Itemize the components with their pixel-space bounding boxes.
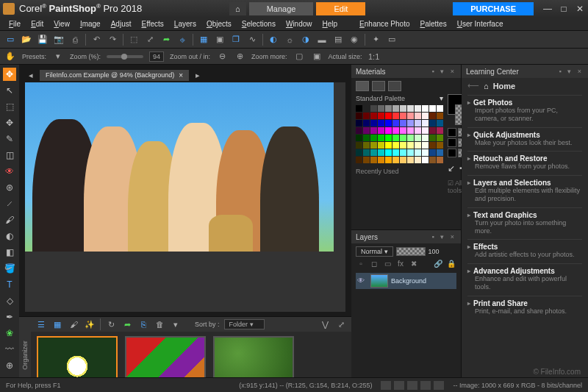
palette-swatch[interactable] <box>422 120 429 126</box>
layers-icon[interactable]: ❐ <box>230 34 242 46</box>
palette-swatch[interactable] <box>356 149 362 156</box>
open-icon[interactable]: 📂 <box>21 34 32 46</box>
palette-swatch[interactable] <box>378 127 384 134</box>
palette-swatch[interactable] <box>370 105 377 112</box>
palette-swatch[interactable] <box>363 135 370 141</box>
learn-item[interactable]: Print and SharePrint, e-mail, and share … <box>467 296 582 320</box>
presets-dropdown[interactable]: ▾ <box>52 51 64 63</box>
palette-swatch[interactable] <box>429 135 436 141</box>
palette-swatch[interactable] <box>356 127 362 134</box>
tab-close-icon[interactable]: × <box>179 71 183 79</box>
straighten-tool[interactable]: ⟋ <box>3 197 16 210</box>
palette-swatch[interactable] <box>437 157 443 163</box>
menu-view[interactable]: View <box>49 19 74 29</box>
palette-swatch[interactable] <box>437 149 443 156</box>
panel-controls-icon[interactable]: ▪ ▾ × <box>432 68 456 75</box>
palette-swatch[interactable] <box>378 149 384 156</box>
menu-objects[interactable]: Objects <box>202 19 236 29</box>
hand-tool-icon[interactable]: ✋ <box>4 51 16 63</box>
palette-swatch[interactable] <box>378 113 384 119</box>
palette-swatch[interactable] <box>407 149 414 156</box>
palette-swatch[interactable] <box>415 127 421 134</box>
edit-tab-button[interactable]: Edit <box>316 2 365 15</box>
org-list-icon[interactable]: ☰ <box>35 318 47 330</box>
canvas[interactable] <box>25 82 345 312</box>
maximize-icon[interactable]: □ <box>559 4 569 14</box>
palette-swatch[interactable] <box>400 149 406 156</box>
palette-swatch[interactable] <box>370 120 377 126</box>
scanner-icon[interactable]: ⎙ <box>69 34 81 46</box>
palette-swatch[interactable] <box>356 157 362 163</box>
palette-swatch[interactable] <box>363 127 370 134</box>
palette-swatch[interactable] <box>385 127 392 134</box>
text-tool[interactable]: T <box>3 278 16 291</box>
pen-tool[interactable]: ✒ <box>3 310 16 324</box>
contrast-icon[interactable]: ◑ <box>300 34 312 46</box>
palette-swatch[interactable] <box>363 142 370 149</box>
menu-effects[interactable]: Effects <box>137 19 168 29</box>
palette-swatch[interactable] <box>363 113 370 119</box>
status-icon-5[interactable] <box>434 381 444 390</box>
new-mask-icon[interactable]: ◻ <box>369 260 379 270</box>
mini-black3[interactable] <box>448 149 456 157</box>
palette-swatch[interactable] <box>400 113 406 119</box>
palette-swatch[interactable] <box>370 142 377 149</box>
zoom-out-icon[interactable]: ⊖ <box>216 51 228 63</box>
grid-icon[interactable]: ▦ <box>198 34 209 46</box>
tab-prev-icon[interactable]: ◂ <box>25 69 37 81</box>
window-icon[interactable]: ▣ <box>214 34 226 46</box>
mat-tab-3[interactable] <box>388 81 401 91</box>
palette-swatch[interactable] <box>437 113 443 119</box>
picture-tube-tool[interactable]: ❀ <box>3 327 16 340</box>
palette-swatch[interactable] <box>363 120 370 126</box>
status-icon-1[interactable] <box>381 381 391 390</box>
palette-swatch[interactable] <box>385 120 392 126</box>
smudge-tool[interactable]: 〰 <box>3 343 16 356</box>
palette-swatch[interactable] <box>422 149 429 156</box>
learn-item[interactable]: Layers and SelectionsEdit multiple eleme… <box>467 175 582 207</box>
palette-swatch[interactable] <box>429 113 436 119</box>
palette-swatch[interactable] <box>363 105 370 112</box>
palette-swatch[interactable] <box>415 135 421 141</box>
fx-icon[interactable]: fx <box>395 260 406 270</box>
shape-tool[interactable]: ◇ <box>3 294 16 307</box>
palette-swatch[interactable] <box>407 127 414 134</box>
palette-swatch[interactable] <box>407 113 414 119</box>
palette-swatch[interactable] <box>415 142 421 149</box>
org-grid-icon[interactable]: ▦ <box>51 318 63 330</box>
dropper-tool[interactable]: ✎ <box>3 132 16 146</box>
close-icon[interactable]: ✕ <box>575 4 585 14</box>
palette-swatch[interactable] <box>429 149 436 156</box>
zoom-in-icon[interactable]: ⊕ <box>234 51 245 63</box>
palette-swatch[interactable] <box>400 157 406 163</box>
palette-swatch[interactable] <box>378 120 384 126</box>
crop-icon[interactable]: ⬚ <box>128 34 140 46</box>
balance-icon[interactable]: ◐ <box>268 34 279 46</box>
opacity-slider[interactable] <box>396 247 426 256</box>
document-tab[interactable]: FileInfo.com Example @ 94% (Background) … <box>40 70 189 81</box>
palette-swatch[interactable] <box>437 127 443 134</box>
palette-swatch[interactable] <box>400 127 406 134</box>
brush-tool[interactable]: 🖌 <box>3 213 16 227</box>
eraser-tool[interactable]: ◧ <box>3 246 16 259</box>
palette-swatch[interactable] <box>392 135 399 141</box>
menu-image[interactable]: Image <box>76 19 105 29</box>
redo-icon[interactable]: ↷ <box>107 34 118 46</box>
menu-enhance-photo[interactable]: Enhance Photo <box>355 19 414 29</box>
home-tab-button[interactable]: ⌂ <box>229 2 246 15</box>
tab-next-icon[interactable]: ▸ <box>192 69 204 81</box>
pan-tool[interactable]: ✥ <box>3 68 16 81</box>
new-layer-icon[interactable]: ▫ <box>356 260 366 270</box>
palette-swatch[interactable] <box>392 149 399 156</box>
palette-swatch[interactable] <box>356 142 362 149</box>
lock-layer-icon[interactable]: 🔒 <box>446 260 456 270</box>
panel-controls-icon[interactable]: ▪ ▾ × <box>432 233 456 240</box>
panel-controls-icon[interactable]: ▪ ▾ × <box>559 68 584 75</box>
minimize-icon[interactable]: — <box>542 4 553 14</box>
palette-swatch[interactable] <box>385 157 392 163</box>
palette-swatch[interactable] <box>378 142 384 149</box>
palette-swatch[interactable] <box>400 135 406 141</box>
mini-black[interactable] <box>448 128 456 137</box>
palette-swatch[interactable] <box>370 113 377 119</box>
menu-user-interface[interactable]: User Interface <box>453 19 508 29</box>
